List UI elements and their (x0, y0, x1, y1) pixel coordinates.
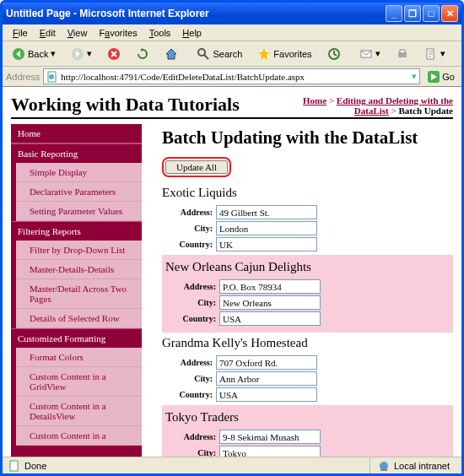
address-input[interactable] (216, 355, 317, 370)
country-input[interactable] (216, 237, 317, 252)
supplier-block: Grandma Kelly's HomesteadAddress:City:Co… (162, 336, 453, 402)
city-label: City: (165, 298, 216, 307)
supplier-block: Tokyo TradersAddress:City:Country: (162, 405, 453, 457)
main-heading: Batch Updating with the DataList (162, 127, 453, 149)
crumb-current: Batch Update (399, 105, 453, 116)
go-button[interactable]: Go (424, 70, 458, 84)
favorites-button[interactable]: Favorites (251, 45, 317, 63)
star-icon (257, 47, 271, 61)
city-input[interactable] (216, 371, 317, 386)
sidebar-item[interactable]: Setting Parameter Values (16, 202, 142, 221)
forward-icon (71, 47, 84, 61)
window-title: Untitled Page - Microsoft Internet Explo… (6, 8, 209, 19)
go-icon (427, 70, 440, 84)
breadcrumb: Home > Editing and Deleting with the Dat… (267, 95, 453, 116)
restore-button[interactable]: ❐ (404, 5, 421, 22)
crumb-home[interactable]: Home (303, 95, 326, 105)
sidebar: HomeBasic ReportingSimple DisplayDeclara… (11, 124, 142, 457)
stop-icon (107, 47, 121, 61)
security-zone: Local intranet (370, 457, 456, 473)
sidebar-item[interactable]: Details of Selected Row (16, 309, 142, 328)
back-label: Back (28, 49, 48, 59)
history-button[interactable] (321, 45, 347, 63)
refresh-button[interactable] (130, 45, 155, 63)
home-button[interactable] (159, 45, 184, 63)
sidebar-item[interactable]: Master/Detail Across Two Pages (16, 279, 142, 309)
sidebar-category[interactable]: Filtering Reports (11, 221, 142, 241)
search-label: Search (213, 49, 242, 59)
sidebar-item[interactable]: Format Colors (16, 348, 142, 367)
print-button[interactable] (390, 45, 415, 63)
edit-button[interactable]: ▾ (418, 45, 451, 63)
sidebar-category[interactable]: Basic Reporting (11, 143, 142, 163)
window-titlebar: Untitled Page - Microsoft Internet Explo… (3, 3, 461, 24)
page-icon (46, 71, 58, 83)
menu-tools[interactable]: Tools (144, 26, 176, 40)
menu-file[interactable]: File (8, 26, 33, 40)
chevron-down-icon: ▾ (51, 48, 56, 59)
supplier-block: Exotic LiquidsAddress:City:Country: (162, 186, 453, 252)
menu-help[interactable]: Help (177, 26, 207, 40)
country-input[interactable] (216, 387, 317, 402)
mail-button[interactable]: ▾ (353, 45, 386, 63)
chevron-down-icon: ▾ (440, 48, 445, 59)
svg-point-3 (198, 49, 205, 56)
address-label: Address: (162, 358, 213, 367)
search-icon (197, 47, 210, 61)
sidebar-item[interactable]: Custom Content in a (16, 426, 142, 446)
city-input[interactable] (219, 295, 321, 310)
update-all-button[interactable]: Update All (165, 160, 228, 174)
sidebar-item[interactable]: Master-Details-Details (16, 260, 142, 279)
chevron-down-icon: ▾ (87, 48, 92, 59)
sidebar-home[interactable]: Home (11, 124, 142, 143)
minimize-button[interactable]: _ (386, 5, 402, 22)
menu-favorites[interactable]: Favorites (94, 26, 142, 40)
address-input[interactable] (61, 72, 409, 82)
page-title: Working with Data Tutorials (11, 94, 267, 116)
city-input[interactable] (216, 221, 317, 235)
sidebar-item[interactable]: Custom Content in a DetailsView (16, 397, 142, 426)
print-icon (396, 47, 409, 61)
done-icon (8, 459, 21, 473)
maximize-button[interactable]: □ (423, 5, 440, 22)
city-label: City: (162, 224, 213, 233)
sidebar-category[interactable]: Customized Formatting (11, 328, 142, 348)
svg-rect-14 (10, 461, 18, 471)
address-label: Address (6, 72, 40, 82)
person-icon (461, 47, 464, 61)
forward-button[interactable]: ▾ (65, 45, 98, 63)
address-input[interactable] (216, 205, 317, 219)
go-label: Go (442, 72, 455, 82)
back-icon (12, 47, 25, 61)
address-field-wrap[interactable]: ▾ (43, 68, 420, 84)
city-input[interactable] (219, 446, 321, 457)
sidebar-item[interactable]: Declarative Parameters (16, 182, 142, 202)
address-label: Address: (165, 432, 216, 441)
intranet-icon (377, 459, 391, 473)
address-input[interactable] (219, 430, 321, 444)
stop-button[interactable] (101, 45, 127, 63)
country-input[interactable] (219, 311, 321, 326)
back-button[interactable]: Back ▾ (6, 45, 62, 63)
page-content: Working with Data Tutorials Home > Editi… (3, 87, 461, 457)
refresh-icon (136, 47, 149, 61)
chevron-down-icon[interactable]: ▾ (409, 71, 419, 82)
messenger-button[interactable] (455, 45, 464, 63)
status-text: Done (24, 461, 46, 471)
address-input[interactable] (219, 279, 321, 294)
close-button[interactable]: ✕ (441, 5, 458, 22)
chevron-down-icon: ▾ (375, 48, 380, 59)
menu-bar: File Edit View Favorites Tools Help (3, 24, 461, 41)
menu-edit[interactable]: Edit (35, 26, 61, 40)
mail-icon (359, 47, 373, 61)
home-icon (165, 47, 178, 61)
city-label: City: (165, 448, 216, 457)
svg-rect-16 (380, 468, 387, 471)
country-label: Country: (165, 314, 216, 323)
search-button[interactable]: Search (191, 45, 248, 63)
sidebar-item[interactable]: Filter by Drop-Down List (16, 241, 142, 260)
sidebar-item[interactable]: Simple Display (16, 163, 142, 182)
sidebar-item[interactable]: Custom Content in a GridView (16, 367, 142, 397)
menu-view[interactable]: View (62, 26, 93, 40)
status-bar: Done Local intranet (3, 457, 461, 473)
